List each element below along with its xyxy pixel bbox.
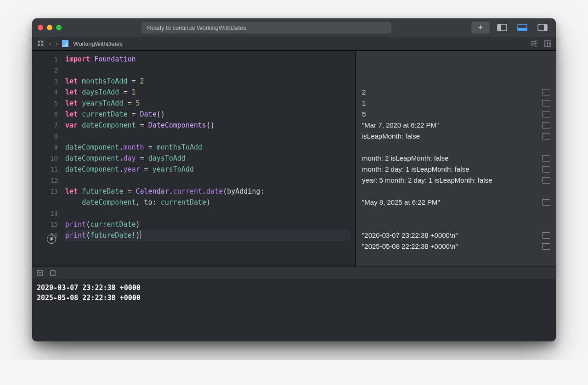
code-line[interactable]: dateComponent, to: currentDate): [65, 197, 351, 208]
library-add-button[interactable]: +: [471, 22, 490, 33]
code-line[interactable]: print(currentDate): [65, 219, 351, 230]
code-line[interactable]: [65, 65, 351, 76]
result-value: month: 2 day: 1 isLeapMonth: false: [362, 164, 469, 175]
console-output[interactable]: 2020-03-07 23:22:38 +00002025-05-08 22:2…: [32, 279, 556, 341]
minimize-window-button[interactable]: [47, 25, 52, 30]
quicklook-icon[interactable]: [542, 100, 550, 106]
main-split: 12345678910111213141516 import Foundatio…: [32, 50, 556, 267]
results-sidebar: 215"Mar 7, 2020 at 6:22 PM"isLeapMonth: …: [355, 51, 556, 267]
quicklook-icon[interactable]: [542, 89, 550, 95]
debug-panel-icon[interactable]: [50, 270, 56, 276]
console-line: 2020-03-07 23:22:38 +0000: [37, 283, 551, 293]
code-line[interactable]: dateComponent.day = daysToAdd: [65, 153, 351, 164]
result-row: "2020-03-07 23:22:38 +0000\n": [362, 230, 550, 241]
close-window-button[interactable]: [38, 25, 43, 30]
result-row: [362, 142, 550, 153]
result-row: 5: [362, 109, 550, 120]
related-items-icon[interactable]: [37, 40, 44, 47]
result-row: [362, 208, 550, 219]
result-value: 2: [362, 87, 366, 98]
code-line[interactable]: print(futureDate!): [65, 230, 351, 241]
result-row: 2: [362, 87, 550, 98]
svg-rect-13: [536, 40, 537, 47]
quicklook-icon[interactable]: [542, 243, 550, 250]
result-row: [362, 219, 550, 230]
toggle-left-panel-button[interactable]: [494, 22, 510, 33]
breadcrumb-file[interactable]: WorkingWithDates: [73, 40, 122, 47]
svg-rect-18: [37, 271, 43, 275]
debug-bar: [32, 267, 556, 279]
result-value: 1: [362, 98, 366, 109]
xcode-playground-window: Ready to continue WorkingWithDates + ‹ ›…: [32, 18, 556, 341]
result-value: "2020-03-07 23:22:38 +0000\n": [362, 230, 458, 241]
quicklook-icon[interactable]: [542, 177, 550, 184]
quicklook-icon[interactable]: [542, 166, 550, 173]
code-area[interactable]: import Foundationlet monthsToAdd = 2let …: [63, 51, 355, 267]
code-line[interactable]: let monthsToAdd = 2: [65, 76, 351, 87]
code-line[interactable]: var dateComponent = DateComponents(): [65, 120, 351, 131]
result-value: "Mar 7, 2020 at 6:22 PM": [362, 120, 439, 131]
svg-rect-1: [498, 24, 501, 31]
code-line[interactable]: let currentDate = Date(): [65, 109, 351, 120]
result-row: [362, 76, 550, 87]
code-line[interactable]: [65, 175, 351, 186]
quicklook-icon[interactable]: [542, 155, 550, 162]
code-line[interactable]: let futureDate = Calendar.current.date(b…: [65, 186, 351, 197]
titlebar: Ready to continue WorkingWithDates +: [32, 18, 556, 37]
svg-rect-19: [51, 271, 55, 275]
result-row: "May 8, 2025 at 6:22 PM": [362, 197, 550, 208]
quicklook-icon[interactable]: [542, 111, 550, 117]
code-line[interactable]: dateComponent.month = monthsToAdd: [65, 142, 351, 153]
quicklook-icon[interactable]: [542, 133, 550, 139]
run-playground-button[interactable]: [47, 234, 56, 244]
code-line[interactable]: [65, 208, 351, 219]
quicklook-icon[interactable]: [542, 199, 550, 206]
toggle-right-panel-button[interactable]: [535, 22, 550, 33]
toolbar-right: +: [471, 22, 550, 33]
nav-forward-button[interactable]: ›: [56, 40, 58, 47]
code-line[interactable]: dateComponent.year = yearsToAdd: [65, 164, 351, 175]
quicklook-icon[interactable]: [542, 232, 550, 239]
result-value: isLeapMonth: false: [362, 131, 420, 142]
swift-file-icon: [62, 40, 68, 47]
result-row: isLeapMonth: false: [362, 131, 550, 142]
minimap-toggle-icon[interactable]: [530, 40, 537, 47]
code-line[interactable]: let yearsToAdd = 5: [65, 98, 351, 109]
svg-rect-8: [38, 44, 40, 46]
zoom-window-button[interactable]: [56, 25, 62, 30]
result-row: 1: [362, 98, 550, 109]
result-row: year: 5 month: 2 day: 1 isLeapMonth: fal…: [362, 175, 550, 186]
result-value: "May 8, 2025 at 6:22 PM": [362, 197, 440, 208]
result-row: month: 2 isLeapMonth: false: [362, 153, 550, 164]
console-line: 2025-05-08 22:22:38 +0000: [37, 293, 551, 303]
nav-back-button[interactable]: ‹: [49, 40, 51, 47]
code-line[interactable]: let daysToAdd = 1: [65, 87, 351, 98]
result-value: "2025-05-08 22:22:38 +0000\n": [362, 241, 458, 252]
svg-rect-7: [41, 41, 43, 43]
result-row: "2025-05-08 22:22:38 +0000\n": [362, 241, 550, 252]
svg-rect-6: [38, 41, 40, 43]
result-row: "Mar 7, 2020 at 6:22 PM": [362, 120, 550, 131]
svg-rect-3: [518, 28, 527, 31]
code-line[interactable]: [65, 131, 351, 142]
activity-status: Ready to continue WorkingWithDates: [141, 22, 391, 33]
line-gutter: 12345678910111213141516: [32, 51, 63, 267]
code-editor[interactable]: 12345678910111213141516 import Foundatio…: [32, 51, 355, 267]
add-editor-icon[interactable]: [544, 40, 551, 47]
result-value: year: 5 month: 2 day: 1 isLeapMonth: fal…: [362, 175, 492, 186]
code-line[interactable]: import Foundation: [65, 54, 351, 65]
svg-rect-5: [544, 24, 547, 31]
result-value: month: 2 isLeapMonth: false: [362, 153, 448, 164]
window-controls: [38, 25, 62, 30]
toggle-debug-area-button[interactable]: [514, 22, 530, 33]
jump-bar: ‹ › WorkingWithDates: [32, 37, 556, 50]
result-value: 5: [362, 109, 366, 120]
svg-rect-9: [41, 44, 43, 46]
quicklook-icon[interactable]: [542, 122, 550, 128]
result-row: month: 2 day: 1 isLeapMonth: false: [362, 164, 550, 175]
result-row: [362, 186, 550, 197]
debug-dropdown-icon[interactable]: [37, 270, 43, 276]
